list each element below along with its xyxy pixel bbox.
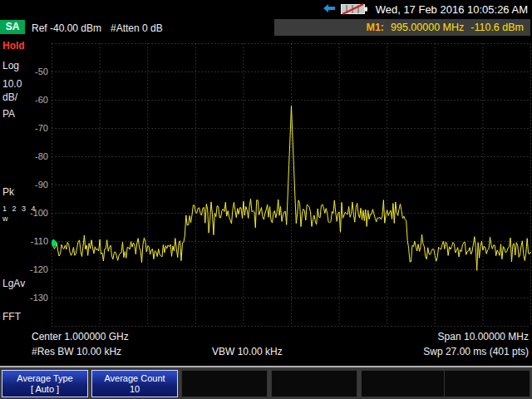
y-tick-label: -130 [27,293,48,303]
spectrum-plot [52,43,532,328]
softkey-average-count[interactable]: Average Count 10 [91,370,178,397]
marker-amplitude: -110.6 dBm [470,22,524,33]
clock: Wed, 17 Feb 2016 10:05:26 AM [376,3,528,16]
peak-indicator: Pk [2,186,14,198]
scale-value-indicator: 10.0 [2,78,22,90]
attenuation-annotation: #Atten 0 dB [111,22,163,34]
softkey-label: Average Type [17,373,72,384]
usb-icon [323,3,336,15]
ref-level-annotation: Ref -40.00 dBm [32,22,101,34]
marker-label: M1: [367,22,385,33]
trace-state-indicator: w [2,214,8,223]
softkey-value: [ Auto ] [31,384,59,395]
y-tick-label: -120 [27,264,48,274]
average-type-indicator: LgAv [2,278,25,289]
vbw-annotation: VBW 10.00 kHz [212,346,283,357]
y-tick-label: -50 [27,66,48,76]
y-tick-label: -60 [27,95,48,105]
softkey-blank-4[interactable] [271,370,357,397]
sweep-annotation: Swp 27.00 ms (401 pts) [423,346,529,357]
scale-type-indicator: Log [2,60,19,71]
titlebar: Wed, 17 Feb 2016 10:05:26 AM [0,0,532,18]
y-tick-label: -110 [27,236,48,246]
y-tick-label: -80 [27,151,48,161]
hold-indicator: Hold [2,40,25,52]
softkey-label: Average Count [104,373,165,384]
softkey-average-type[interactable]: Average Type [ Auto ] [2,370,88,397]
titlebar-icons [323,2,369,16]
fft-indicator: FFT [2,311,21,323]
rbw-annotation: #Res BW 10.00 kHz [32,346,121,357]
scale-unit-indicator: dB/ [2,91,17,103]
y-tick-label: -100 [27,208,48,218]
marker-frequency: 995.00000 MHz [391,22,464,33]
sidebar: SA Hold Log 10.0 dB/ PA Pk 1 2 3 4 w LgA… [0,18,27,366]
preamp-indicator: PA [2,108,15,120]
center-frequency-annotation: Center 1.000000 GHz [32,331,129,342]
y-tick-label: -90 [27,180,48,190]
marker-readout: M1: 995.00000 MHz -110.6 dBm [274,19,530,36]
span-annotation: Span 10.00000 MHz [438,331,529,342]
softkey-bar: Average Type [ Auto ] Average Count 10 w… [0,366,532,399]
softkey-value: 10 [130,384,140,395]
softkey-blank-3[interactable] [181,370,268,397]
mode-indicator: SA [0,20,25,34]
battery-icon [341,2,369,16]
softkey-blank-6[interactable] [444,370,530,397]
spectrum-analyzer-screen: Wed, 17 Feb 2016 10:05:26 AM SA Hold Log… [0,0,532,399]
y-tick-label: -70 [27,123,48,133]
softkey-blank-5[interactable] [361,370,447,397]
